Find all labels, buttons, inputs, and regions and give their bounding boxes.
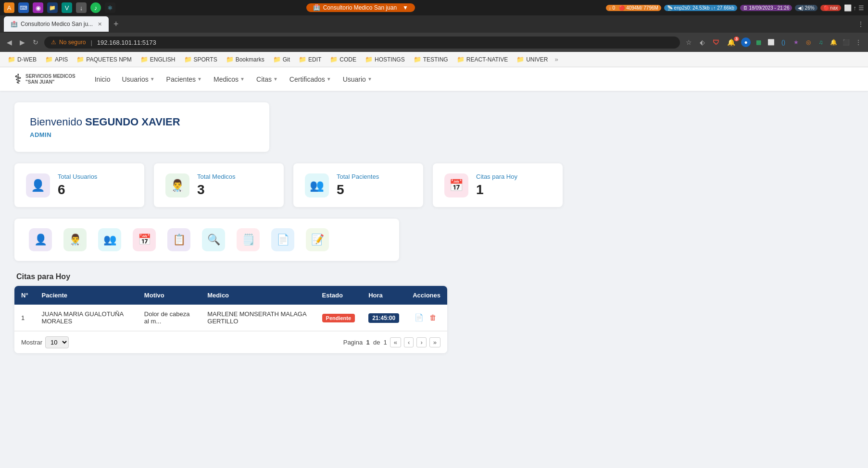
- files-icon[interactable]: 📁: [47, 2, 58, 13]
- first-page-button[interactable]: «: [390, 337, 401, 347]
- bookmark-label: CODE: [340, 56, 356, 63]
- bookmark-d-web[interactable]: 📁 D-WEB: [4, 54, 40, 64]
- view-action-button[interactable]: 📄: [413, 311, 426, 324]
- qa-citas-button[interactable]: 📅: [133, 228, 156, 251]
- qa-pacientes-button[interactable]: 👥: [98, 228, 121, 251]
- qa-usuarios-button[interactable]: 👤: [29, 228, 52, 251]
- ext-icon-3[interactable]: ⬜: [766, 37, 776, 47]
- last-page-button[interactable]: »: [429, 337, 440, 347]
- qa-certificados-button[interactable]: 📋: [167, 228, 190, 251]
- ext-icon-5[interactable]: ★: [791, 37, 801, 47]
- ext-icon-7[interactable]: ♫: [816, 37, 826, 47]
- nav-medicos-label: Medicos: [214, 75, 239, 83]
- citas-section: Citas para Hoy N° Paciente Motivo Medico…: [14, 272, 447, 353]
- col-motivo: Motivo: [138, 286, 201, 305]
- bookmark-bookmarks[interactable]: 📁 Bookmarks: [222, 54, 268, 64]
- welcome-card: Bienvenido SEGUNDO XAVIER ADMIN: [14, 102, 269, 152]
- status-network: 📡 enp2s0: 24.53kb ↓↑ 27.66kb: [664, 5, 737, 11]
- downloader-icon[interactable]: ↓: [76, 2, 87, 13]
- vscode-icon[interactable]: ⌨: [18, 2, 29, 13]
- folder-icon: 📁: [365, 56, 373, 63]
- nav-certificados[interactable]: Certificados ▼: [285, 73, 336, 86]
- monitor-icon[interactable]: ⬜: [844, 4, 852, 12]
- new-tab-button[interactable]: +: [111, 19, 122, 29]
- welcome-prefix: Bienvenido: [30, 116, 85, 128]
- pagination-text: Pagina 1 de 1: [343, 339, 387, 346]
- browser-icon[interactable]: ◉: [33, 2, 43, 13]
- stat-citas-label: Citas para Hoy: [476, 173, 517, 180]
- chevron-down-icon: ▼: [197, 76, 202, 82]
- delete-action-button[interactable]: 🗑: [428, 311, 439, 323]
- logo-icon: ⚕: [14, 71, 22, 87]
- bookmark-apis[interactable]: 📁 APIS: [41, 54, 72, 64]
- react-icon[interactable]: ⚛: [105, 2, 115, 13]
- nav-pacientes[interactable]: Pacientes ▼: [162, 73, 207, 86]
- cell-estado: Pendiente: [315, 305, 362, 331]
- qa-doc1-button[interactable]: 📄: [271, 228, 294, 251]
- bookmark-paquetes-npm[interactable]: 📁 PAQUETES NPM: [73, 54, 135, 64]
- arrow-icon[interactable]: ↑: [854, 4, 857, 12]
- bookmark-code[interactable]: 📁 CODE: [326, 54, 360, 64]
- bookmark-english[interactable]: 📁 ENGLISH: [137, 54, 179, 64]
- nav-citas[interactable]: Citas ▼: [252, 73, 283, 86]
- bookmark-git[interactable]: 📁 Git: [269, 54, 294, 64]
- bookmark-hostings[interactable]: 📁 HOSTINGS: [361, 54, 409, 64]
- prev-page-button[interactable]: ‹: [404, 337, 414, 347]
- reload-button[interactable]: ↻: [31, 37, 40, 47]
- alacritty-icon[interactable]: A: [4, 2, 14, 13]
- cell-motivo: Dolor de cabeza al m...: [138, 305, 201, 331]
- bookmark-label: D-WEB: [17, 56, 37, 63]
- ext-icon-4[interactable]: (): [779, 37, 788, 47]
- bookmark-univer[interactable]: 📁 UNIVER: [513, 54, 552, 64]
- qa-doc2-button[interactable]: 📝: [306, 228, 329, 251]
- ext-icon-10[interactable]: ⋮: [854, 37, 863, 47]
- tab-menu-button[interactable]: ⋮: [857, 20, 864, 28]
- ext-icon-8[interactable]: 🔔: [829, 37, 838, 47]
- col-hora: Hora: [362, 286, 406, 305]
- shield-icon[interactable]: 🛡: [711, 37, 721, 47]
- back-button[interactable]: ◀: [5, 37, 14, 47]
- bookmark-icon[interactable]: ☆: [684, 37, 694, 47]
- stat-pacientes-icon: 👥: [305, 173, 329, 197]
- stat-citas-icon: 📅: [444, 173, 468, 197]
- nav-medicos[interactable]: Medicos ▼: [209, 73, 250, 86]
- bookmark-label: Bookmarks: [236, 56, 264, 63]
- next-page-button[interactable]: ›: [416, 337, 426, 347]
- nav-usuario[interactable]: Usuario ▼: [338, 73, 377, 86]
- col-paciente: Paciente: [35, 286, 138, 305]
- ext-icon-1[interactable]: ●: [741, 37, 751, 47]
- qa-medicos-button[interactable]: 👨‍⚕️: [63, 228, 87, 251]
- forward-button[interactable]: ▶: [18, 37, 27, 47]
- ext-icon-9[interactable]: ⬛: [841, 37, 851, 47]
- tab-title: Consultorio Medico San ju...: [21, 21, 93, 27]
- vim-icon[interactable]: V: [62, 2, 72, 13]
- qa-reportes-button[interactable]: 🗒️: [237, 228, 260, 251]
- stat-card-citas: 📅 Citas para Hoy 1: [433, 163, 563, 207]
- show-rows-select[interactable]: 10 25 50: [45, 336, 69, 348]
- ext-icon-6[interactable]: ◎: [804, 37, 813, 47]
- alert-icon[interactable]: 🔔3: [725, 37, 737, 47]
- qa-search-button[interactable]: 🔍: [202, 228, 225, 251]
- bookmark-react-native[interactable]: 📁 REACT-NATIVE: [453, 54, 512, 64]
- folder-icon: 📁: [457, 56, 465, 63]
- nav-inicio[interactable]: Inicio: [90, 73, 115, 86]
- url-bar[interactable]: ⚠ No seguro | 192.168.101.11:5173: [44, 37, 680, 49]
- bookmark-sports[interactable]: 📁 SPORTS: [180, 54, 221, 64]
- spotify-icon[interactable]: ♪: [90, 2, 101, 13]
- bookmark-label: TESTING: [423, 56, 448, 63]
- bookmark-edit[interactable]: 📁 EDIT: [295, 54, 325, 64]
- folder-icon: 📁: [299, 56, 306, 63]
- menu-icon[interactable]: ☰: [858, 4, 864, 12]
- active-tab[interactable]: 🏥 Consultorio Medico San ju... ✕: [4, 16, 109, 32]
- stat-usuarios-label: Total Usuarios: [58, 173, 97, 180]
- nav-usuarios[interactable]: Usuarios ▼: [117, 73, 159, 86]
- tab-close-button[interactable]: ✕: [98, 21, 102, 27]
- share-icon[interactable]: ⬖: [698, 37, 707, 47]
- ext-icon-2[interactable]: ▦: [754, 37, 763, 47]
- bookmarks-more-button[interactable]: »: [553, 56, 560, 63]
- bookmark-testing[interactable]: 📁 TESTING: [410, 54, 452, 64]
- nav-inicio-label: Inicio: [95, 75, 111, 83]
- address-bar: ◀ ▶ ↻ ⚠ No seguro | 192.168.101.11:5173 …: [0, 33, 868, 52]
- bookmarks-bar: 📁 D-WEB 📁 APIS 📁 PAQUETES NPM 📁 ENGLISH …: [0, 52, 868, 67]
- status-datetime: 🗓 18/09/2023 - 21:26: [740, 5, 793, 11]
